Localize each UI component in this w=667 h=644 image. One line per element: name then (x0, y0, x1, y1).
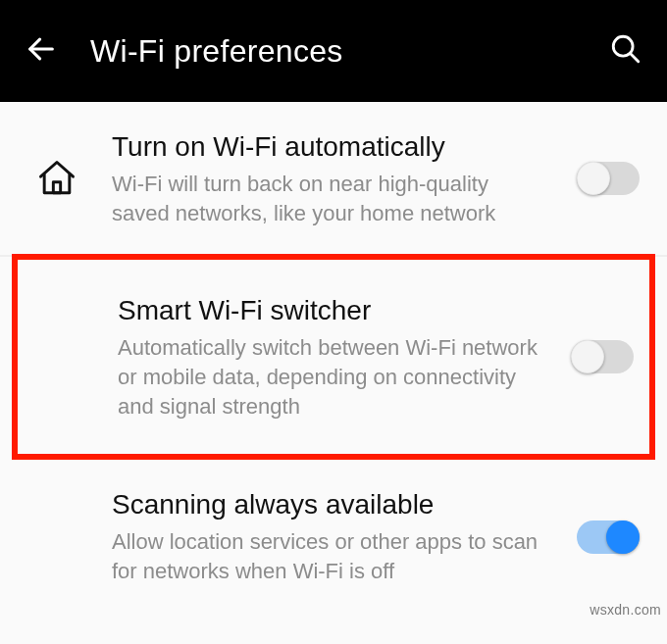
svg-rect-3 (53, 182, 60, 193)
setting-subtitle: Allow location services or other apps to… (112, 527, 549, 585)
home-icon (22, 157, 92, 200)
toggle-knob (606, 520, 640, 554)
arrow-left-icon (25, 32, 58, 70)
settings-screen: Wi-Fi preferences Turn on Wi-Fi automati… (0, 0, 667, 644)
setting-title: Scanning always available (112, 487, 549, 521)
setting-smart-switcher[interactable]: Smart Wi-Fi switcher Automatically switc… (18, 260, 649, 454)
setting-text: Turn on Wi-Fi automatically Wi-Fi will t… (112, 129, 557, 227)
setting-title: Smart Wi-Fi switcher (118, 293, 543, 327)
search-button[interactable] (606, 31, 645, 71)
toggle-scanning[interactable] (577, 520, 640, 554)
settings-list: Turn on Wi-Fi automatically Wi-Fi will t… (0, 102, 667, 614)
setting-subtitle: Automatically switch between Wi-Fi netwo… (118, 333, 543, 421)
setting-title: Turn on Wi-Fi automatically (112, 129, 549, 164)
setting-text: Smart Wi-Fi switcher Automatically switc… (118, 293, 551, 421)
back-button[interactable] (22, 31, 61, 71)
toggle-knob (577, 162, 610, 195)
app-bar: Wi-Fi preferences (0, 0, 667, 102)
setting-scanning[interactable]: Scanning always available Allow location… (0, 460, 667, 613)
search-icon (609, 32, 642, 70)
setting-text: Scanning always available Allow location… (112, 487, 557, 585)
page-title: Wi-Fi preferences (90, 33, 577, 70)
setting-subtitle: Wi-Fi will turn back on near high-qualit… (112, 170, 549, 227)
toggle-auto-wifi[interactable] (577, 162, 640, 195)
toggle-smart-switcher[interactable] (571, 340, 634, 373)
setting-auto-wifi[interactable]: Turn on Wi-Fi automatically Wi-Fi will t… (0, 102, 667, 257)
svg-line-2 (631, 54, 639, 62)
highlight-callout: Smart Wi-Fi switcher Automatically switc… (12, 254, 655, 460)
watermark: wsxdn.com (590, 602, 661, 618)
